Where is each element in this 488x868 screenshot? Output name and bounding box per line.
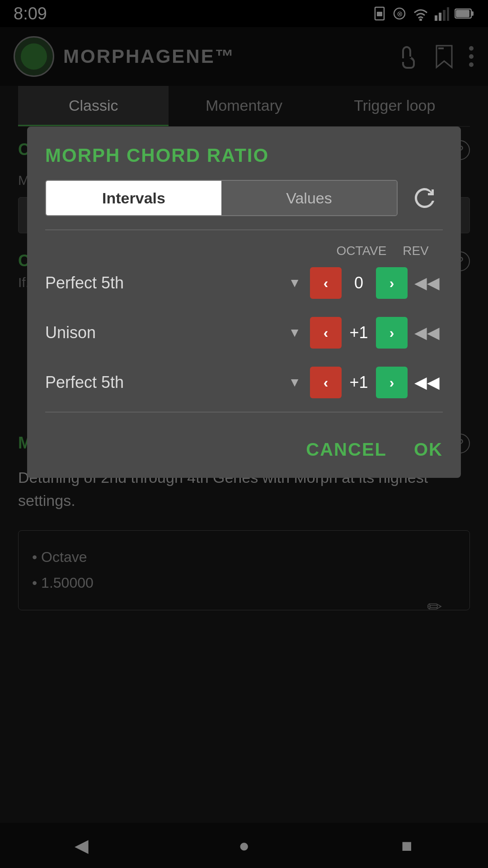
decrement-octave-1[interactable]: ‹ [310, 267, 342, 299]
interval-name-2: Unison [45, 323, 288, 342]
increment-octave-2[interactable]: › [376, 317, 408, 349]
interval-row-2: Unison ▼ ‹ +1 › ◀◀ [45, 312, 443, 353]
decrement-octave-2[interactable]: ‹ [310, 317, 342, 349]
dialog: MORPH CHORD RATIO Intervals Values OCTAV… [27, 127, 461, 478]
toggle-values[interactable]: Values [221, 181, 397, 215]
interval-name-3: Perfect 5th [45, 373, 288, 392]
interval-dropdown-1[interactable]: ▼ [288, 276, 301, 290]
col-header-rev: REV [398, 244, 434, 258]
col-header-octave: OCTAVE [334, 244, 389, 258]
decrement-octave-3[interactable]: ‹ [310, 367, 342, 398]
toggle-row: Intervals Values [45, 180, 443, 216]
octave-value-3: +1 [345, 373, 372, 392]
controls-1: ‹ 0 › ◀◀ [310, 267, 443, 299]
toggle-group: Intervals Values [45, 180, 398, 216]
increment-octave-3[interactable]: › [376, 367, 408, 398]
increment-octave-1[interactable]: › [376, 267, 408, 299]
rev-btn-2[interactable]: ◀◀ [411, 323, 443, 342]
interval-row-3: Perfect 5th ▼ ‹ +1 › ◀◀ [45, 362, 443, 403]
toggle-intervals[interactable]: Intervals [46, 181, 221, 215]
divider-bottom [45, 412, 443, 412]
interval-dropdown-3[interactable]: ▼ [288, 375, 301, 390]
octave-value-1: 0 [345, 274, 372, 292]
column-headers: OCTAVE REV [45, 244, 443, 258]
controls-3: ‹ +1 › ◀◀ [310, 367, 443, 398]
divider-top [45, 230, 443, 230]
dropdown-arrow-1: ▼ [288, 276, 301, 290]
octave-value-2: +1 [345, 323, 372, 342]
interval-dropdown-2[interactable]: ▼ [288, 326, 301, 340]
interval-row-1: Perfect 5th ▼ ‹ 0 › ◀◀ [45, 263, 443, 303]
reset-button[interactable] [407, 180, 443, 216]
cancel-button[interactable]: CANCEL [306, 439, 387, 460]
controls-2: ‹ +1 › ◀◀ [310, 317, 443, 349]
dropdown-arrow-3: ▼ [288, 375, 301, 390]
ok-button[interactable]: OK [414, 439, 443, 460]
interval-name-1: Perfect 5th [45, 274, 288, 292]
rev-btn-3-active[interactable]: ◀◀ [411, 373, 443, 392]
dropdown-arrow-2: ▼ [288, 326, 301, 340]
rev-btn-1[interactable]: ◀◀ [411, 274, 443, 292]
dialog-actions: CANCEL OK [45, 430, 443, 460]
reset-icon [411, 184, 438, 212]
dialog-title: MORPH CHORD RATIO [45, 145, 443, 166]
